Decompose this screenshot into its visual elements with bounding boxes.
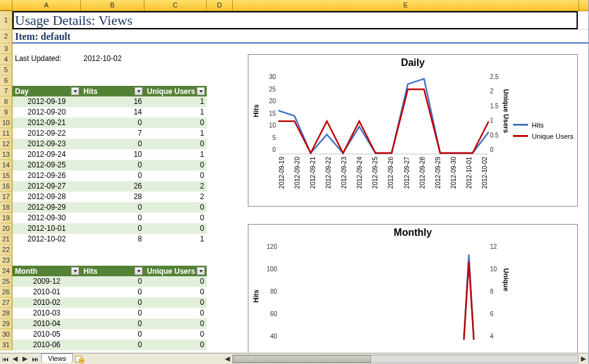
col-hits[interactable]: Hits xyxy=(81,86,144,96)
row-number[interactable]: 30 xyxy=(0,329,12,340)
row-number[interactable]: 26 xyxy=(0,287,12,297)
table-row[interactable]: 2009-1200 xyxy=(12,276,207,287)
cell[interactable]: 7 xyxy=(81,128,144,139)
table-row[interactable]: 2010-0600 xyxy=(12,340,207,350)
row-number[interactable]: 21 xyxy=(0,234,12,245)
row-number[interactable]: 28 xyxy=(0,308,12,319)
cell[interactable]: 0 xyxy=(81,276,144,287)
cell[interactable]: 0 xyxy=(144,287,207,297)
cell[interactable]: 0 xyxy=(144,170,207,181)
filter-dropdown-icon[interactable] xyxy=(134,267,143,275)
row-number[interactable]: 8 xyxy=(0,96,12,107)
row-number[interactable]: 20 xyxy=(0,223,12,234)
horizontal-scrollbar[interactable]: ◀ ▶ xyxy=(222,354,588,364)
column-header-B[interactable]: B xyxy=(81,0,144,11)
tab-next-icon[interactable]: ▶ xyxy=(20,354,30,364)
cell[interactable]: 10 xyxy=(81,149,144,160)
column-header-A[interactable]: A xyxy=(12,0,81,11)
filter-dropdown-icon[interactable] xyxy=(197,87,205,95)
col-month[interactable]: Month xyxy=(12,266,81,276)
row-number[interactable]: 24 xyxy=(0,266,12,276)
cell[interactable]: 0 xyxy=(144,308,207,319)
cell[interactable]: 0 xyxy=(144,202,207,213)
cell[interactable]: 2 xyxy=(144,192,207,202)
row-number[interactable]: 17 xyxy=(0,192,12,202)
cell[interactable]: 0 xyxy=(81,308,144,319)
cell[interactable]: 2009-12 xyxy=(12,276,81,287)
monthly-chart[interactable]: Monthly Hits Unique 120100806040 1210864… xyxy=(248,224,578,364)
table-row[interactable]: 2010-0400 xyxy=(12,319,207,329)
row-number[interactable]: 4 xyxy=(0,54,12,65)
table-row[interactable]: 2012-09-2271 xyxy=(12,128,207,139)
cell[interactable]: 0 xyxy=(81,223,144,234)
filter-dropdown-icon[interactable] xyxy=(197,267,205,275)
table-row[interactable]: 2012-09-2500 xyxy=(12,160,207,170)
cell[interactable]: 0 xyxy=(144,213,207,223)
cell[interactable]: 0 xyxy=(81,287,144,297)
row-number[interactable]: 22 xyxy=(0,245,12,255)
filter-dropdown-icon[interactable] xyxy=(71,267,79,275)
cell[interactable]: 14 xyxy=(81,107,144,118)
filter-dropdown-icon[interactable] xyxy=(71,87,79,95)
cell[interactable]: 2012-09-30 xyxy=(12,213,81,223)
cell[interactable]: 0 xyxy=(144,160,207,170)
select-all-corner[interactable] xyxy=(0,0,12,11)
row-number[interactable]: 16 xyxy=(0,181,12,192)
cell[interactable]: 2012-09-26 xyxy=(12,170,81,181)
cell[interactable]: 0 xyxy=(144,223,207,234)
table-row[interactable]: 2010-0500 xyxy=(12,329,207,340)
cell[interactable]: 0 xyxy=(81,213,144,223)
table-row[interactable]: 2010-0200 xyxy=(12,297,207,308)
row-number[interactable]: 3 xyxy=(0,44,12,54)
table-row[interactable]: 2012-09-2900 xyxy=(12,202,207,213)
cell[interactable]: 1 xyxy=(144,128,207,139)
cell[interactable]: 0 xyxy=(144,139,207,149)
row-number[interactable]: 6 xyxy=(0,75,12,86)
row-number[interactable]: 7 xyxy=(0,86,12,96)
cell[interactable]: 1 xyxy=(144,149,207,160)
cell[interactable]: 2012-09-23 xyxy=(12,139,81,149)
cell[interactable]: 2010-01 xyxy=(12,287,81,297)
cell[interactable]: 0 xyxy=(81,329,144,340)
cell[interactable]: 2010-03 xyxy=(12,308,81,319)
filter-dropdown-icon[interactable] xyxy=(134,87,143,95)
cell[interactable]: 2012-09-22 xyxy=(12,128,81,139)
scroll-thumb[interactable] xyxy=(233,355,371,363)
cell[interactable]: 8 xyxy=(81,234,144,245)
cell[interactable]: 2010-05 xyxy=(12,329,81,340)
table-row[interactable]: 2012-09-20141 xyxy=(12,107,207,118)
column-header-C[interactable]: C xyxy=(144,0,207,11)
scroll-right-icon[interactable]: ▶ xyxy=(578,354,588,364)
row-number[interactable]: 12 xyxy=(0,139,12,149)
insert-sheet-icon[interactable] xyxy=(74,355,85,363)
cell[interactable]: 0 xyxy=(144,118,207,128)
row-number[interactable]: 11 xyxy=(0,128,12,139)
row-number[interactable]: 9 xyxy=(0,107,12,118)
cell[interactable]: 1 xyxy=(144,107,207,118)
cell[interactable]: 2012-09-29 xyxy=(12,202,81,213)
tab-last-icon[interactable]: ⏭ xyxy=(30,354,40,364)
column-header-D[interactable]: D xyxy=(207,0,233,11)
table-row[interactable]: 2012-09-2600 xyxy=(12,170,207,181)
row-number[interactable]: 18 xyxy=(0,202,12,213)
cell[interactable]: 2012-10-02 xyxy=(12,234,81,245)
cell[interactable]: 2012-09-24 xyxy=(12,149,81,160)
cell[interactable]: 2010-04 xyxy=(12,319,81,329)
table-row[interactable]: 2012-09-28282 xyxy=(12,192,207,202)
col-day[interactable]: Day xyxy=(12,86,81,96)
row-number[interactable]: 5 xyxy=(0,65,12,75)
cell[interactable]: 2010-06 xyxy=(12,340,81,350)
cell[interactable]: 0 xyxy=(81,139,144,149)
cell[interactable]: 0 xyxy=(81,202,144,213)
cell[interactable]: 0 xyxy=(144,319,207,329)
cell[interactable]: 0 xyxy=(81,297,144,308)
col-unique[interactable]: Unique Users xyxy=(144,266,207,276)
row-number[interactable]: 23 xyxy=(0,255,12,266)
scroll-left-icon[interactable]: ◀ xyxy=(222,354,232,364)
row-number[interactable]: 14 xyxy=(0,160,12,170)
cell[interactable]: 2010-02 xyxy=(12,297,81,308)
cell[interactable]: 2 xyxy=(144,181,207,192)
cell[interactable]: 0 xyxy=(81,170,144,181)
row-number[interactable]: 29 xyxy=(0,319,12,329)
cell[interactable]: 0 xyxy=(144,297,207,308)
